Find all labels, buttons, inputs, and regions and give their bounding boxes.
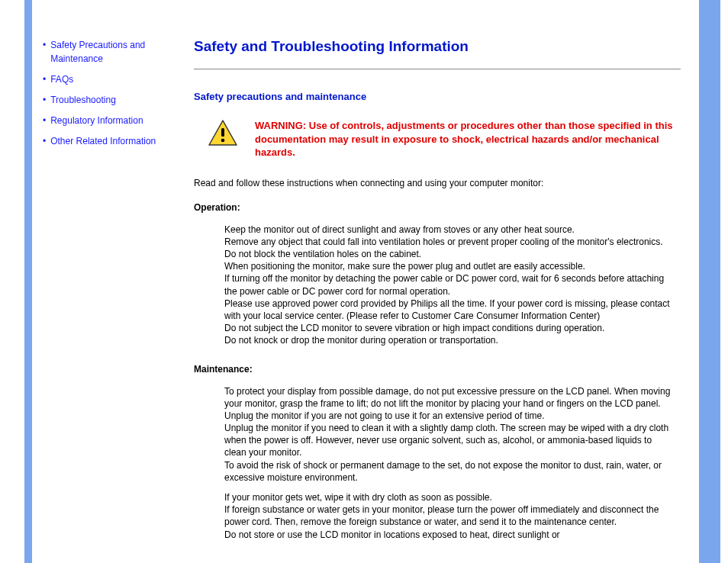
op-line: Keep the monitor out of direct sunlight … <box>224 224 673 236</box>
intro-text: Read and follow these instructions when … <box>194 176 681 190</box>
decor-bar-left <box>24 0 32 563</box>
op-line: Do not knock or drop the monitor during … <box>224 334 673 346</box>
bullet-icon: • <box>43 134 46 148</box>
nav-item-faqs[interactable]: • FAQs <box>43 72 188 86</box>
nav-item-safety[interactable]: • Safety Precautions and Maintenance <box>43 38 188 66</box>
nav-item-regulatory[interactable]: • Regulatory Information <box>43 114 188 127</box>
sidebar-nav: • Safety Precautions and Maintenance • F… <box>32 0 194 563</box>
mt-line: If your monitor gets wet, wipe it with d… <box>224 491 673 503</box>
operation-heading: Operation: <box>194 202 681 213</box>
operation-block: Keep the monitor out of direct sunlight … <box>224 224 673 347</box>
op-line: If turning off the monitor by detaching … <box>224 272 673 297</box>
op-line: Do not block the ventilation holes on th… <box>224 248 673 260</box>
main-content: Safety and Troubleshooting Information S… <box>194 0 696 563</box>
mt-line: Unplug the monitor if you need to clean … <box>224 422 673 459</box>
op-line: When positioning the monitor, make sure … <box>224 260 673 272</box>
nav-link[interactable]: Other Related Information <box>50 134 156 148</box>
warning-box: WARNING: Use of controls, adjustments or… <box>208 119 681 159</box>
mt-line: Do not store or use the LCD monitor in l… <box>224 529 673 541</box>
nav-link[interactable]: Troubleshooting <box>50 93 116 107</box>
nav-item-other[interactable]: • Other Related Information <box>43 134 188 148</box>
svg-rect-1 <box>221 128 224 137</box>
op-line: Please use approved power cord provided … <box>224 298 673 322</box>
nav-link[interactable]: Safety Precautions and Maintenance <box>50 38 188 66</box>
bullet-icon: • <box>43 93 46 107</box>
mt-line: To avoid the risk of shock or permanent … <box>224 459 673 484</box>
decor-bar-right <box>699 0 720 563</box>
svg-point-2 <box>221 139 225 143</box>
page-title: Safety and Troubleshooting Information <box>194 38 681 55</box>
maintenance-block-2: If your monitor gets wet, wipe it with d… <box>224 491 673 541</box>
mt-line: To protect your display from possible da… <box>224 385 673 410</box>
bullet-icon: • <box>43 38 46 52</box>
maintenance-heading: Maintenance: <box>194 364 681 375</box>
nav-link[interactable]: Regulatory Information <box>50 114 143 127</box>
divider <box>194 69 681 69</box>
bullet-icon: • <box>43 72 46 86</box>
warning-icon <box>208 119 238 149</box>
op-line: Do not subject the LCD monitor to severe… <box>224 322 673 334</box>
nav-link[interactable]: FAQs <box>50 72 73 86</box>
bullet-icon: • <box>43 114 46 127</box>
maintenance-block: To protect your display from possible da… <box>224 385 673 484</box>
section-heading: Safety precautions and maintenance <box>194 91 681 102</box>
mt-line: If foreign substance or water gets in yo… <box>224 503 673 528</box>
warning-text: WARNING: Use of controls, adjustments or… <box>255 119 681 159</box>
mt-line: Unplug the monitor if you are not going … <box>224 410 673 422</box>
op-line: Remove any object that could fall into v… <box>224 236 673 248</box>
nav-item-troubleshooting[interactable]: • Troubleshooting <box>43 93 188 107</box>
